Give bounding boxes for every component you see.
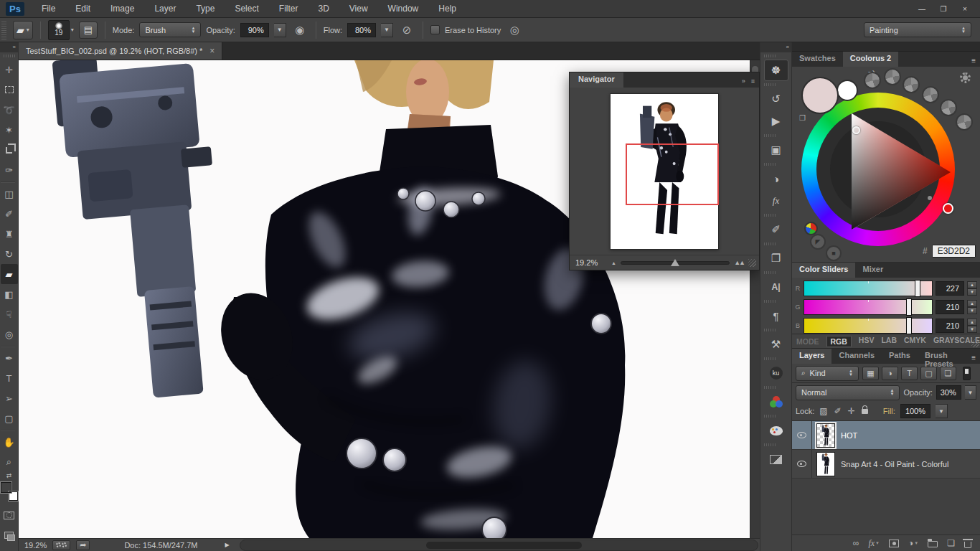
smudge-tool[interactable]: ☟ <box>1 304 18 324</box>
visibility-toggle[interactable] <box>792 450 812 478</box>
panel-strip-grip[interactable] <box>764 271 776 274</box>
kuler-panel-icon[interactable]: ku <box>764 362 788 384</box>
slider-thumb[interactable] <box>906 298 912 316</box>
tab-brush-presets[interactable]: Brush Presets <box>918 349 971 364</box>
panel-strip-grip[interactable] <box>764 214 776 217</box>
character-panel-icon[interactable]: A| <box>764 276 788 298</box>
crop-tool[interactable] <box>1 140 18 160</box>
menu-type[interactable]: Type <box>186 0 225 18</box>
hex-value-field[interactable]: E3D2D2 <box>932 245 976 258</box>
lock-all-icon[interactable] <box>862 409 868 414</box>
tab-channels[interactable]: Channels <box>831 349 882 364</box>
menu-filter[interactable]: Filter <box>269 0 308 18</box>
channel-value[interactable]: 210 <box>936 319 964 333</box>
toolbar-grip[interactable] <box>4 55 15 57</box>
wheel-triangle-mode-button[interactable]: ◤ <box>810 234 826 250</box>
step-up-icon[interactable]: ▲ <box>967 319 977 326</box>
coolorus-settings-gear-icon[interactable] <box>960 72 971 83</box>
menu-image[interactable]: Image <box>100 0 144 18</box>
filter-toggle-switch[interactable] <box>963 367 971 380</box>
filter-shape-layers-icon[interactable]: ▢ <box>920 367 937 380</box>
panel-strip-grip[interactable] <box>764 300 776 303</box>
add-mask-icon[interactable] <box>889 540 899 547</box>
panel-strip-grip[interactable] <box>764 134 776 137</box>
tab-paths[interactable]: Paths <box>882 349 918 364</box>
step-up-icon[interactable]: ▲ <box>967 300 977 307</box>
foreground-color-swatch[interactable] <box>1 482 11 493</box>
navigator-view-rectangle[interactable] <box>626 143 719 205</box>
value-stepper[interactable]: ▲▼ <box>967 281 977 296</box>
menu-3d[interactable]: 3D <box>308 0 339 18</box>
menu-layer[interactable]: Layer <box>144 0 186 18</box>
filter-type-layers-icon[interactable]: T <box>901 367 918 380</box>
layer-thumbnail[interactable] <box>816 423 835 448</box>
opacity-value[interactable]: 90% <box>240 23 269 37</box>
healing-brush-tool[interactable]: ◫ <box>1 184 18 204</box>
mode-dropdown[interactable]: Brush ▲▼ <box>139 22 201 37</box>
quick-mask-button[interactable] <box>1 505 18 525</box>
link-layers-icon[interactable]: ∞ <box>853 538 859 548</box>
foreground-background-colors[interactable] <box>1 482 18 501</box>
panel-strip-grip[interactable] <box>764 55 776 57</box>
layer-thumbnail[interactable] <box>816 452 835 476</box>
layer-opacity-value[interactable]: 30% <box>936 385 961 400</box>
new-group-icon[interactable] <box>928 539 938 547</box>
lasso-tool[interactable]: ➰ <box>1 100 18 120</box>
mode-cmyk[interactable]: CMYK <box>904 336 926 347</box>
current-tool-button[interactable]: ▰ <box>13 21 33 39</box>
layers-panel-menu-icon[interactable]: ≡ <box>971 354 980 364</box>
navigator-zoom-value[interactable]: 19.2% <box>573 258 607 267</box>
channel-value[interactable]: 227 <box>936 281 964 296</box>
toggle-brush-panel-icon[interactable]: ▤ <box>79 22 98 39</box>
adjustments-panel-icon[interactable]: ◑ <box>764 168 788 189</box>
screen-mode-button[interactable] <box>1 525 18 545</box>
zoom-out-icon[interactable]: ▲ <box>611 260 616 265</box>
library-panel-icon[interactable] <box>764 448 788 470</box>
toolbar-collapse-icon[interactable]: » <box>0 42 18 52</box>
status-gears-icon[interactable] <box>52 540 70 550</box>
path-selection-tool[interactable]: ➢ <box>1 388 18 408</box>
horizontal-scrollbar-thumb[interactable] <box>426 542 581 549</box>
navigator-menu-icon[interactable]: ≡ <box>751 77 755 85</box>
mode-hsv[interactable]: HSV <box>859 336 875 347</box>
clone-source-panel-icon[interactable]: ❐ <box>764 248 788 269</box>
zoom-in-icon[interactable]: ▲▲ <box>734 259 744 266</box>
menu-file[interactable]: File <box>32 0 65 18</box>
wheel-square-mode-button[interactable]: ■ <box>826 245 842 261</box>
layer-row[interactable]: HOT <box>792 421 980 450</box>
tab-mixer[interactable]: Mixer <box>855 263 890 278</box>
navigator-collapse-icon[interactable]: » <box>742 77 745 85</box>
marquee-tool[interactable] <box>1 80 18 100</box>
layer-fill-value[interactable]: 100% <box>900 404 930 418</box>
hand-tool[interactable]: ✋ <box>1 432 18 452</box>
visibility-toggle[interactable] <box>792 421 812 449</box>
opacity-dropdown-icon[interactable]: ▼ <box>274 23 286 37</box>
panel-strip-grip[interactable] <box>764 163 776 166</box>
close-button[interactable]: × <box>956 3 974 14</box>
status-zoom-value[interactable]: 19.2% <box>24 541 47 550</box>
menu-window[interactable]: Window <box>378 0 429 18</box>
slider-thumb[interactable] <box>915 280 920 297</box>
blend-mode-dropdown[interactable]: Normal ▲▼ <box>796 385 900 400</box>
clone-stamp-tool[interactable]: ♜ <box>1 224 18 244</box>
lock-position-icon[interactable]: ✛ <box>848 406 855 416</box>
filter-pixel-layers-icon[interactable]: ▦ <box>862 367 879 380</box>
harmony-icon-1[interactable] <box>864 72 881 89</box>
airbrush-icon[interactable]: ⊘ <box>398 22 415 39</box>
tab-coolorus[interactable]: Coolorus 2 <box>843 52 898 67</box>
panel-strip-grip[interactable] <box>764 357 776 360</box>
panel-strip-collapse-icon[interactable]: « <box>760 42 791 52</box>
eyedropper-tool[interactable]: ✑ <box>1 160 18 180</box>
gradient-tool[interactable]: ◧ <box>1 284 18 304</box>
status-export-icon[interactable]: ➦ <box>76 540 90 550</box>
navigator-zoom-slider[interactable] <box>621 261 730 265</box>
value-stepper[interactable]: ▲▼ <box>967 319 977 333</box>
document-tab[interactable]: TestStuff_BIG_002.psd @ 19.2% (HOT, RGB/… <box>19 42 222 60</box>
filter-kind-dropdown[interactable]: ⌕ Kind ▲▼ <box>796 366 859 381</box>
zoom-tool[interactable]: ⌕ <box>1 452 18 472</box>
panel-strip-grip[interactable] <box>764 415 776 418</box>
eraser-tool[interactable]: ▰ <box>1 264 18 284</box>
panel-strip-grip[interactable] <box>764 242 776 245</box>
navigator-zoom-slider-thumb[interactable] <box>671 259 679 266</box>
tab-layers[interactable]: Layers <box>792 349 831 364</box>
